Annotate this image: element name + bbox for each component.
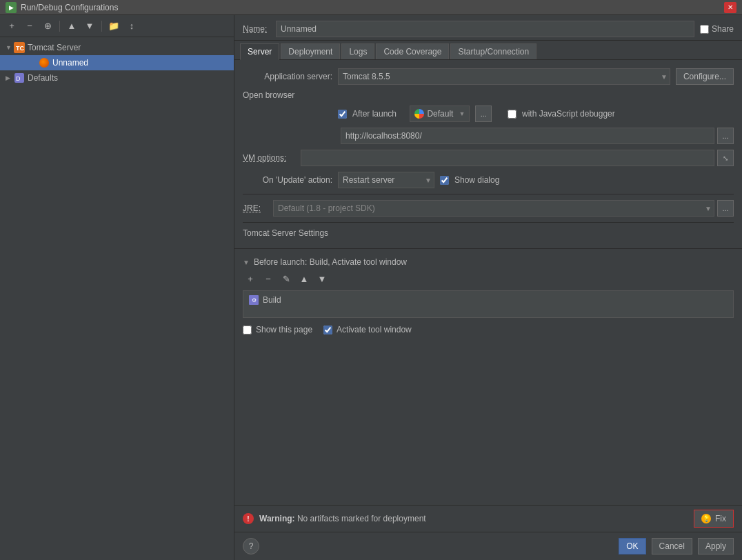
before-launch-arrow-icon[interactable]: ▼: [243, 259, 250, 266]
fix-button[interactable]: 💡 Fix: [694, 510, 734, 528]
browser-value: Default: [427, 109, 453, 119]
add-config-button[interactable]: +: [4, 19, 19, 34]
show-page-checkbox[interactable]: [243, 326, 252, 334]
name-input[interactable]: [276, 21, 694, 37]
on-update-select[interactable]: Restart server: [338, 172, 434, 188]
warning-bar: ! Warning: No artifacts marked for deplo…: [234, 505, 742, 532]
copy-config-button[interactable]: ⊕: [40, 19, 55, 34]
bottom-options: Show this page Activate tool window: [234, 321, 742, 339]
before-launch-header: ▼ Before launch: Build, Activate tool wi…: [243, 257, 734, 267]
close-button[interactable]: ✕: [724, 2, 736, 13]
browser-more-button[interactable]: ...: [475, 106, 492, 122]
tabs-bar: Server Deployment Logs Code Coverage Sta…: [234, 41, 742, 60]
tab-server[interactable]: Server: [240, 43, 279, 60]
unnamed-label: Unnamed: [52, 58, 88, 68]
configure-button[interactable]: Configure...: [676, 68, 734, 85]
on-update-combo: Restart server ▼: [338, 172, 434, 188]
ok-button[interactable]: OK: [619, 538, 645, 554]
sidebar-toolbar: + − ⊕ ▲ ▼ 📁 ↕: [0, 15, 234, 37]
warning-text: Warning: No artifacts marked for deploym…: [259, 514, 688, 523]
defaults-arrow: ▶: [6, 74, 14, 81]
spacer: [234, 339, 742, 505]
on-update-label: On 'Update' action:: [243, 175, 332, 185]
panel-divider: [234, 248, 742, 249]
tab-code-coverage[interactable]: Code Coverage: [376, 43, 449, 59]
before-launch-add-button[interactable]: +: [243, 271, 258, 286]
cancel-button[interactable]: Cancel: [652, 538, 692, 554]
url-input[interactable]: [341, 128, 714, 144]
url-row: ...: [243, 128, 734, 144]
url-more-button[interactable]: ...: [717, 128, 734, 144]
app-server-input[interactable]: [338, 68, 670, 85]
apply-button[interactable]: Apply: [698, 538, 734, 554]
warning-bold: Warning:: [259, 514, 295, 523]
tab-logs[interactable]: Logs: [341, 43, 374, 59]
activate-tool-row: Activate tool window: [323, 325, 412, 334]
before-launch-down-button[interactable]: ▼: [314, 271, 330, 286]
on-update-row: On 'Update' action: Restart server ▼ Sho…: [243, 172, 734, 188]
config-tree: ▼ TC Tomcat Server Unnamed ▶: [0, 37, 234, 560]
browser-icon: [414, 109, 424, 119]
move-up-button[interactable]: ▲: [64, 19, 79, 34]
build-label: Build: [263, 295, 281, 305]
unnamed-icon: [39, 57, 50, 68]
before-launch-remove-button[interactable]: −: [261, 271, 276, 286]
toolbar-sep-1: [59, 21, 60, 32]
open-browser-label: Open browser: [243, 90, 734, 100]
before-launch-toolbar: + − ✎ ▲ ▼: [243, 271, 734, 286]
share-label: Share: [712, 24, 734, 34]
svg-text:D: D: [16, 75, 21, 82]
js-debugger-checkbox[interactable]: [508, 110, 517, 119]
app-server-row: Application server: ▼ Configure...: [243, 68, 734, 85]
sidebar-item-defaults[interactable]: ▶ D Defaults: [0, 70, 234, 86]
show-page-label: Show this page: [256, 325, 312, 334]
tab-deployment[interactable]: Deployment: [281, 43, 340, 59]
browser-combo: Default ▼: [410, 106, 470, 122]
jre-label: JRE:: [243, 203, 270, 213]
vm-options-input[interactable]: [301, 150, 714, 166]
toolbar-sep-2: [101, 21, 102, 32]
before-launch-label: Before launch: Build, Activate tool wind…: [254, 257, 407, 267]
before-launch-section: ▼ Before launch: Build, Activate tool wi…: [234, 254, 742, 321]
sidebar-item-unnamed[interactable]: Unnamed: [0, 55, 234, 70]
jre-more-button[interactable]: ...: [717, 200, 734, 217]
jre-input[interactable]: [273, 200, 714, 217]
warning-message: No artifacts marked for deployment: [297, 514, 426, 523]
name-label: Name:: [243, 24, 270, 34]
before-launch-edit-button[interactable]: ✎: [279, 271, 294, 286]
before-launch-list: ⚙ Build: [243, 290, 734, 318]
move-down-button[interactable]: ▼: [82, 19, 97, 34]
vm-expand-button[interactable]: ⤡: [717, 150, 734, 166]
jre-row: JRE: ▼ ...: [243, 200, 734, 217]
sidebar-item-tomcat-server[interactable]: ▼ TC Tomcat Server: [0, 40, 234, 55]
tab-startup-connection[interactable]: Startup/Connection: [450, 43, 537, 59]
sort-button[interactable]: ↕: [124, 19, 139, 34]
after-launch-checkbox[interactable]: [338, 110, 347, 119]
app-icon: ▶: [6, 2, 17, 13]
show-page-row: Show this page: [243, 325, 312, 334]
browser-combo-arrow-icon: ▼: [459, 110, 465, 117]
tomcat-server-icon: TC: [14, 42, 25, 53]
defaults-icon: D: [14, 72, 25, 83]
tomcat-server-label: Tomcat Server: [28, 43, 81, 52]
tomcat-arrow: ▼: [6, 44, 14, 51]
dialog-footer: ? OK Cancel Apply: [234, 532, 742, 560]
launch-item-build: ⚙ Build: [246, 294, 730, 306]
title-bar: ▶ Run/Debug Configurations ✕: [0, 0, 742, 15]
remove-config-button[interactable]: −: [22, 19, 37, 34]
vm-options-label: VM options:: [243, 153, 298, 163]
tomcat-settings-label: Tomcat Server Settings: [243, 228, 734, 238]
help-button[interactable]: ?: [243, 538, 259, 554]
before-launch-up-button[interactable]: ▲: [297, 271, 312, 286]
divider-2: [243, 222, 734, 223]
content-area: Name: Share Server Deployment Logs Code …: [234, 15, 742, 560]
show-dialog-checkbox[interactable]: [440, 176, 449, 185]
activate-tool-label: Activate tool window: [337, 325, 412, 334]
sidebar: + − ⊕ ▲ ▼ 📁 ↕ ▼ TC Tomcat Server: [0, 15, 234, 560]
activate-tool-checkbox[interactable]: [323, 326, 332, 334]
folder-button[interactable]: 📁: [106, 19, 121, 34]
share-checkbox[interactable]: [700, 25, 709, 34]
build-icon: ⚙: [249, 295, 259, 305]
footer-buttons: OK Cancel Apply: [619, 538, 734, 554]
fix-bulb-icon: 💡: [701, 514, 711, 523]
